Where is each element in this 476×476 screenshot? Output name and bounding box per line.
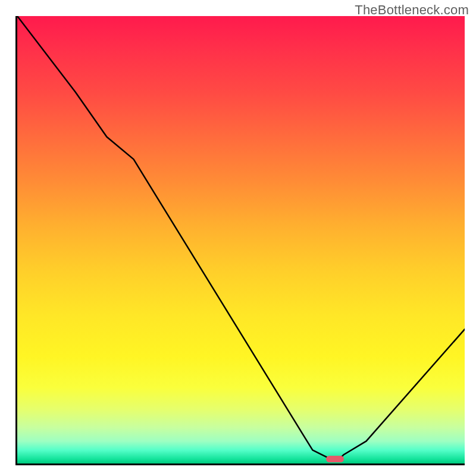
plot-curve-svg [17,16,465,464]
watermark-text: TheBottleneck.com [355,2,469,18]
bottleneck-marker [326,456,344,462]
bottleneck-curve-path [17,16,465,459]
